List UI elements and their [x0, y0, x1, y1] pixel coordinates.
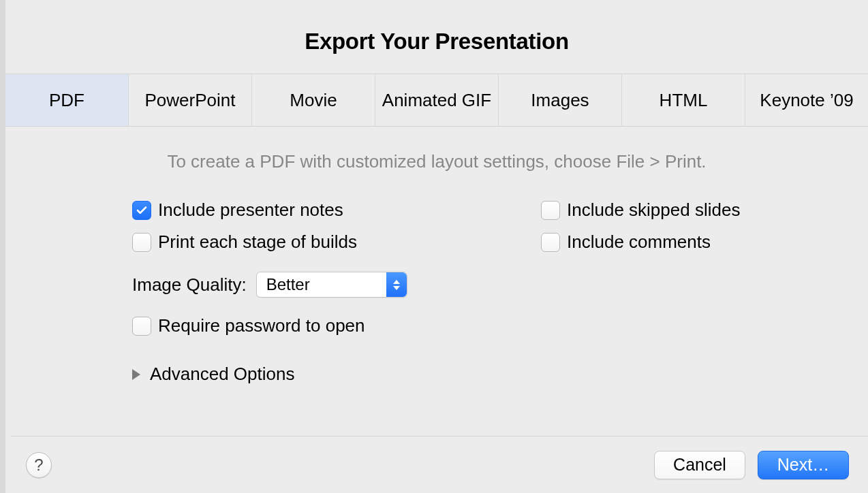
select-stepper-icon — [386, 272, 407, 297]
tab-animated-gif[interactable]: Animated GIF — [375, 74, 499, 126]
help-icon: ? — [34, 456, 43, 475]
hint-text: To create a PDF with customized layout s… — [5, 151, 868, 172]
label-include-skipped-slides: Include skipped slides — [567, 200, 740, 221]
format-tabs: PDF PowerPoint Movie Animated GIF Images… — [5, 74, 868, 127]
image-quality-label: Image Quality: — [132, 274, 247, 296]
image-quality-select[interactable]: Better — [256, 272, 407, 298]
tab-label: Images — [531, 90, 589, 111]
advanced-options-label: Advanced Options — [150, 364, 294, 385]
tab-movie[interactable]: Movie — [252, 74, 375, 126]
label-require-password: Require password to open — [158, 315, 365, 336]
checkmark-icon — [136, 204, 148, 217]
tab-powerpoint[interactable]: PowerPoint — [129, 74, 252, 126]
checkbox-include-comments[interactable] — [541, 233, 560, 252]
cancel-button[interactable]: Cancel — [654, 451, 745, 479]
tab-label: HTML — [660, 90, 708, 111]
tab-pdf[interactable]: PDF — [5, 74, 129, 126]
options-area: Include presenter notes Print each stage… — [5, 200, 868, 385]
tab-label: Animated GIF — [382, 90, 491, 111]
advanced-options-disclosure[interactable]: Advanced Options — [132, 364, 827, 385]
image-quality-value: Better — [257, 275, 310, 294]
tab-label: PowerPoint — [145, 90, 236, 111]
chevron-down-icon — [393, 286, 400, 290]
cancel-label: Cancel — [673, 455, 726, 475]
help-button[interactable]: ? — [26, 452, 52, 478]
label-include-comments: Include comments — [567, 232, 711, 253]
tab-label: Movie — [290, 90, 337, 111]
tab-label: Keynote ’09 — [760, 90, 853, 111]
tab-label: PDF — [49, 90, 84, 111]
chevron-up-icon — [393, 280, 400, 284]
tab-keynote09[interactable]: Keynote ’09 — [745, 74, 868, 126]
checkbox-include-skipped-slides[interactable] — [541, 201, 560, 220]
next-button[interactable]: Next… — [758, 451, 849, 479]
label-print-each-stage: Print each stage of builds — [158, 232, 357, 253]
next-label: Next… — [777, 455, 829, 475]
checkbox-require-password[interactable] — [132, 317, 151, 336]
tab-html[interactable]: HTML — [622, 74, 745, 126]
dialog-body: To create a PDF with customized layout s… — [5, 127, 868, 385]
dialog-footer: ? Cancel Next… — [11, 436, 868, 493]
label-include-presenter-notes: Include presenter notes — [158, 200, 343, 221]
export-dialog: Export Your Presentation PDF PowerPoint … — [0, 0, 868, 493]
checkbox-print-each-stage[interactable] — [132, 233, 151, 252]
dialog-title: Export Your Presentation — [5, 0, 868, 74]
disclosure-triangle-icon — [132, 369, 140, 380]
tab-images[interactable]: Images — [499, 74, 622, 126]
checkbox-include-presenter-notes[interactable] — [132, 201, 151, 220]
